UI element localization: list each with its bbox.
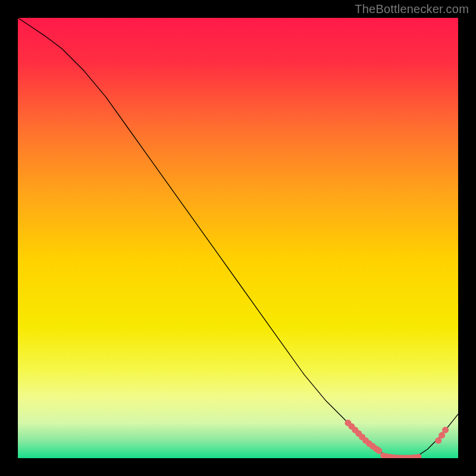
bottleneck-chart [18,18,458,458]
plot-area [18,18,458,458]
chart-frame: TheBottlenecker.com [0,0,476,476]
attribution-label: TheBottlenecker.com [355,2,469,16]
gradient-background [18,18,458,458]
data-point [375,447,382,454]
data-point [442,427,449,433]
